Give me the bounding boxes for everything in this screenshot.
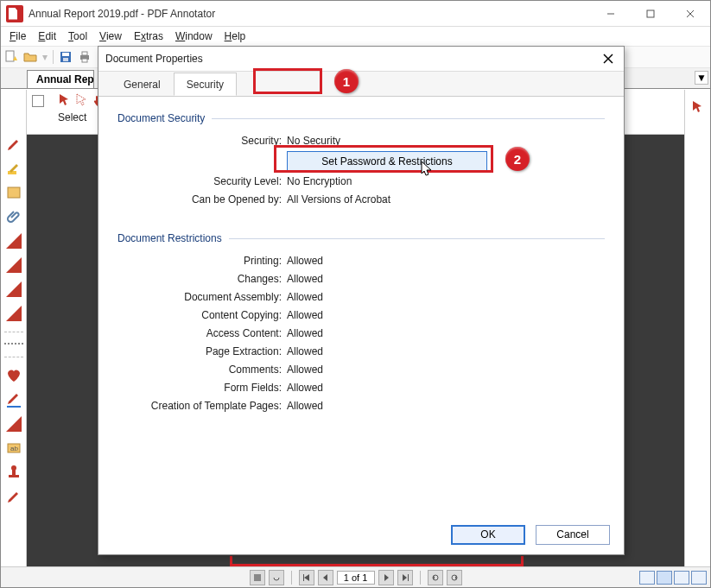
- dialog-body: Document Security Security: No Security …: [98, 97, 624, 520]
- left-tool-palette: ab: [1, 90, 27, 566]
- window-maximize-button[interactable]: [631, 1, 670, 27]
- palette-left-triangle-icon[interactable]: [6, 257, 22, 273]
- restriction-value: Allowed: [287, 289, 605, 305]
- menu-file[interactable]: File: [4, 28, 31, 44]
- dialog-close-button[interactable]: [600, 50, 617, 67]
- document-tab[interactable]: Annual Repor: [27, 70, 94, 88]
- restriction-value: Allowed: [287, 362, 605, 377]
- dialog-button-row: OK Cancel: [98, 520, 624, 554]
- svg-marker-19: [6, 416, 22, 432]
- callout-box-bottom: [230, 556, 524, 566]
- svg-marker-17: [6, 306, 22, 321]
- svg-rect-31: [408, 574, 409, 581]
- group-document-restrictions: Document Restrictions: [117, 232, 605, 244]
- svg-marker-29: [384, 574, 389, 581]
- cancel-button[interactable]: Cancel: [536, 525, 610, 545]
- highlighter-icon[interactable]: [6, 161, 22, 176]
- restriction-label: Printing:: [117, 253, 287, 269]
- security-level-label: Security Level:: [117, 174, 287, 189]
- text-tool-icon[interactable]: ab: [6, 440, 22, 456]
- menu-help[interactable]: Help: [219, 28, 251, 44]
- tab-dropdown-button[interactable]: ▼: [695, 71, 708, 85]
- window-minimize-button[interactable]: [591, 1, 631, 27]
- restriction-row: Printing:Allowed: [117, 253, 605, 269]
- tab-security[interactable]: Security: [174, 73, 237, 96]
- window-title: Annual Report 2019.pdf - PDF Annotator: [29, 8, 215, 20]
- dialog-title-text: Document Properties: [105, 53, 203, 65]
- menu-window[interactable]: Window: [170, 28, 218, 44]
- tab-general[interactable]: General: [111, 73, 174, 96]
- pen-blue-underline-icon[interactable]: [6, 392, 22, 408]
- restriction-value: Allowed: [287, 398, 605, 414]
- save-icon[interactable]: [59, 50, 73, 64]
- last-page-button[interactable]: [397, 570, 413, 585]
- new-doc-icon[interactable]: [4, 50, 18, 64]
- document-properties-dialog: Document Properties General Security Doc…: [98, 46, 625, 555]
- restriction-row: Content Copying:Allowed: [117, 307, 605, 323]
- page-number-input[interactable]: [337, 571, 375, 585]
- right-tool-palette: [684, 90, 710, 566]
- restriction-row: Creation of Template Pages:Allowed: [117, 398, 605, 414]
- heart-icon[interactable]: [6, 368, 22, 383]
- note-icon[interactable]: [6, 185, 22, 200]
- palette-left-triangle-icon[interactable]: [6, 281, 22, 297]
- security-label: Security:: [117, 133, 287, 149]
- restriction-value: Allowed: [287, 326, 605, 341]
- restriction-label: Form Fields:: [117, 380, 287, 395]
- attachment-icon[interactable]: [6, 209, 22, 224]
- prev-page-button[interactable]: [318, 570, 333, 585]
- svg-rect-7: [62, 53, 69, 56]
- svg-marker-15: [6, 257, 22, 273]
- open-folder-icon[interactable]: [23, 50, 37, 64]
- view-two-page-button[interactable]: [674, 571, 689, 585]
- view-single-button[interactable]: [639, 571, 655, 585]
- view-two-continuous-button[interactable]: [691, 571, 707, 585]
- pointer-icon[interactable]: [58, 93, 72, 110]
- dialog-titlebar: Document Properties: [98, 47, 624, 71]
- history-back-button[interactable]: [428, 570, 443, 585]
- group-document-security: Document Security: [117, 112, 605, 124]
- restriction-label: Page Extraction:: [117, 344, 287, 359]
- pen-red-icon[interactable]: [6, 136, 22, 152]
- restriction-row: Page Extraction:Allowed: [117, 344, 605, 359]
- ok-button[interactable]: OK: [451, 525, 525, 545]
- lasso-icon[interactable]: [75, 93, 89, 110]
- restriction-row: Comments:Allowed: [117, 362, 605, 377]
- group-label-security: Document Security: [117, 112, 205, 124]
- nav-thumbnail-icon[interactable]: [250, 570, 265, 585]
- next-page-button[interactable]: [378, 570, 394, 585]
- opened-by-label: Can be Opened by:: [117, 192, 287, 207]
- palette-left-triangle-icon[interactable]: [6, 306, 22, 321]
- restriction-value: Allowed: [287, 307, 605, 323]
- svg-rect-1: [647, 10, 654, 17]
- set-password-button[interactable]: Set Password & Restrictions: [287, 151, 487, 171]
- palette-left-triangle-icon[interactable]: [6, 233, 22, 249]
- stamp-icon[interactable]: [6, 465, 22, 480]
- mouse-cursor-icon: [421, 161, 433, 176]
- print-icon[interactable]: [78, 50, 92, 64]
- palette-left-triangle-icon[interactable]: [6, 416, 22, 432]
- restriction-label: Access Content:: [117, 326, 287, 341]
- window-close-button[interactable]: [670, 1, 710, 27]
- nav-rotate-icon[interactable]: [269, 570, 284, 585]
- menu-extras[interactable]: Extras: [129, 28, 168, 44]
- history-forward-button[interactable]: [447, 570, 462, 585]
- menubar: File Edit Tool View Extras Window Help: [1, 27, 710, 46]
- security-value: No Security: [287, 133, 605, 149]
- menu-tool[interactable]: Tool: [63, 28, 92, 44]
- menu-view[interactable]: View: [94, 28, 127, 44]
- pen-red-2-icon[interactable]: [6, 489, 22, 504]
- callout-badge-2: 2: [505, 147, 530, 171]
- svg-rect-22: [9, 475, 19, 477]
- opened-by-value: All Versions of Acrobat: [287, 192, 605, 207]
- ribbon-checkbox[interactable]: [32, 95, 44, 107]
- app-icon: [6, 5, 23, 22]
- pointer-red-icon[interactable]: [691, 100, 705, 117]
- window-titlebar: Annual Report 2019.pdf - PDF Annotator: [1, 1, 710, 27]
- svg-rect-10: [82, 52, 87, 55]
- restriction-label: Document Assembly:: [117, 289, 287, 305]
- view-continuous-button[interactable]: [657, 571, 672, 585]
- menu-edit[interactable]: Edit: [33, 28, 61, 44]
- restriction-label: Changes:: [117, 271, 287, 287]
- first-page-button[interactable]: [299, 570, 314, 585]
